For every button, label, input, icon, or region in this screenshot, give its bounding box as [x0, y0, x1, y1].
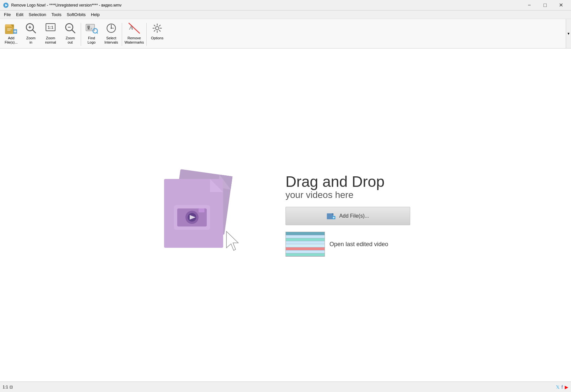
app-icon: [3, 2, 9, 9]
svg-rect-5: [7, 29, 12, 29]
options-button[interactable]: Options: [147, 20, 167, 45]
zoom-label: 1:1: [3, 385, 8, 389]
remove-watermarks-button[interactable]: A RemoveWatermarks: [123, 20, 146, 46]
toolbar: AddFile(s)... Zoomin 1:1 Zoomnormal: [0, 19, 571, 49]
menu-tools[interactable]: Tools: [49, 11, 64, 18]
status-bar: 1:1 ⊡ 𝕏 f ▶: [0, 382, 571, 392]
menu-softorbits[interactable]: SoftOrbits: [64, 11, 88, 18]
add-files-main-button[interactable]: Add File(s)...: [286, 207, 410, 225]
toolbar-sep-1: [81, 23, 81, 46]
facebook-icon[interactable]: f: [561, 384, 563, 390]
remove-watermarks-label: RemoveWatermarks: [125, 36, 144, 45]
svg-line-40: [154, 30, 155, 31]
menu-file[interactable]: File: [1, 11, 13, 18]
last-edited-label: Open last edited video: [329, 241, 388, 248]
svg-line-18: [72, 30, 75, 33]
menu-bar: File Edit Selection Tools SoftOrbits Hel…: [0, 10, 571, 19]
remove-watermarks-icon: A: [128, 22, 141, 35]
svg-point-32: [156, 27, 159, 30]
twitter-icon[interactable]: 𝕏: [556, 384, 560, 390]
zoom-out-icon: [64, 22, 77, 35]
zoom-normal-button[interactable]: 1:1 Zoomnormal: [41, 20, 60, 46]
last-edited-thumbnail: [286, 232, 325, 257]
drop-area: Drag and Drop your videos here Add File(…: [161, 166, 410, 264]
svg-text:1:1: 1:1: [48, 25, 53, 30]
svg-line-39: [159, 25, 160, 26]
svg-line-38: [159, 30, 160, 31]
menu-selection[interactable]: Selection: [26, 11, 49, 18]
minimize-button[interactable]: −: [522, 0, 537, 10]
svg-point-28: [111, 28, 112, 29]
svg-rect-46: [210, 179, 223, 192]
add-file-icon: [5, 22, 18, 35]
zoom-out-button[interactable]: Zoomout: [60, 20, 80, 46]
add-files-main-label: Add File(s)...: [339, 213, 369, 219]
svg-rect-52: [199, 208, 204, 212]
select-intervals-icon: [105, 22, 118, 35]
options-icon: [151, 22, 164, 35]
menu-help[interactable]: Help: [88, 11, 102, 18]
svg-line-13: [32, 30, 36, 33]
window-title: Remove Logo Now! - ****Unregistered vers…: [11, 3, 522, 8]
select-intervals-label: SelectIntervals: [104, 36, 118, 45]
zoom-status: 1:1 ⊡: [3, 385, 13, 389]
toolbar-sep-3: [146, 23, 147, 46]
add-files-label: AddFile(s)...: [5, 36, 18, 45]
maximize-button[interactable]: □: [538, 0, 553, 10]
scroll-indicator: ▼: [567, 32, 570, 35]
window-controls: − □ ✕: [522, 0, 568, 10]
toolbar-scroll[interactable]: ▼: [566, 19, 571, 48]
right-panel: Drag and Drop your videos here Add File(…: [286, 173, 410, 257]
zoom-normal-label: Zoomnormal: [45, 36, 56, 45]
zoom-out-label: Zoomout: [66, 36, 75, 45]
video-graphic: [161, 166, 266, 264]
status-right: 𝕏 f ▶: [556, 384, 568, 390]
title-bar: Remove Logo Now! - ****Unregistered vers…: [0, 0, 571, 10]
zoom-in-icon: [24, 22, 37, 35]
zoom-normal-icon: 1:1: [44, 22, 57, 35]
find-logo-button[interactable]: FindLogo: [82, 20, 101, 46]
find-logo-icon: [85, 22, 98, 35]
zoom-in-button[interactable]: Zoomin: [21, 20, 41, 46]
svg-marker-53: [226, 231, 238, 250]
options-label: Options: [151, 36, 163, 40]
close-button[interactable]: ✕: [553, 0, 568, 10]
svg-line-37: [154, 25, 155, 26]
zoom-in-label: Zoomin: [26, 36, 35, 45]
find-logo-label: FindLogo: [88, 36, 95, 45]
select-intervals-button[interactable]: SelectIntervals: [101, 20, 121, 46]
youtube-icon[interactable]: ▶: [565, 384, 568, 390]
main-content: Drag and Drop your videos here Add File(…: [0, 49, 571, 382]
menu-edit[interactable]: Edit: [13, 11, 26, 18]
add-files-button[interactable]: AddFile(s)...: [1, 20, 21, 46]
last-edited-row[interactable]: Open last edited video: [286, 232, 388, 257]
svg-line-24: [97, 32, 98, 34]
drag-drop-title: Drag and Drop your videos here: [286, 173, 385, 201]
zoom-icon: ⊡: [10, 385, 13, 389]
svg-rect-6: [7, 30, 11, 30]
toolbar-sep-2: [122, 23, 122, 46]
